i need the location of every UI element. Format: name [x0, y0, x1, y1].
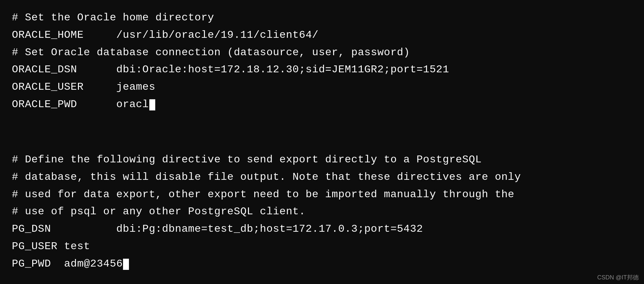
postgresql-config-block: # Define the following directive to send… — [0, 142, 644, 284]
code-line-b1l6: ORACLE_USER jeames — [12, 79, 632, 96]
text-cursor — [123, 259, 129, 270]
code-line-b1l5: ORACLE_DSN dbi:Oracle:host=172.18.12.30;… — [12, 61, 632, 79]
code-line-b2l5: PG_DSN dbi:Pg:dbname=test_db;host=172.17… — [12, 221, 632, 238]
code-line-b2l1: # Define the following directive to send… — [12, 151, 632, 169]
oracle-config-block: # Set the Oracle home directoryORACLE_HO… — [0, 0, 644, 142]
watermark: CSDN @IT邦德 — [597, 273, 639, 281]
code-line-b1l4: # Set Oracle database connection (dataso… — [12, 44, 632, 61]
code-line-b1l1: # Set the Oracle home directory — [12, 9, 632, 27]
code-line-b2l7: PG_PWD adm@23456 — [12, 255, 632, 273]
code-line-b2l6: PG_USER test — [12, 238, 632, 255]
code-line-b2l2: # database, this will disable file outpu… — [12, 169, 632, 186]
code-line-b2l4: # use of psql or any other PostgreSQL cl… — [12, 203, 632, 221]
code-line-b1l7: ORACLE_PWD oracl — [12, 96, 632, 113]
code-line-b2l3: # used for data export, other export nee… — [12, 186, 632, 203]
code-line-b1l2: ORACLE_HOME /usr/lib/oracle/19.11/client… — [12, 27, 632, 44]
text-cursor — [149, 99, 155, 110]
